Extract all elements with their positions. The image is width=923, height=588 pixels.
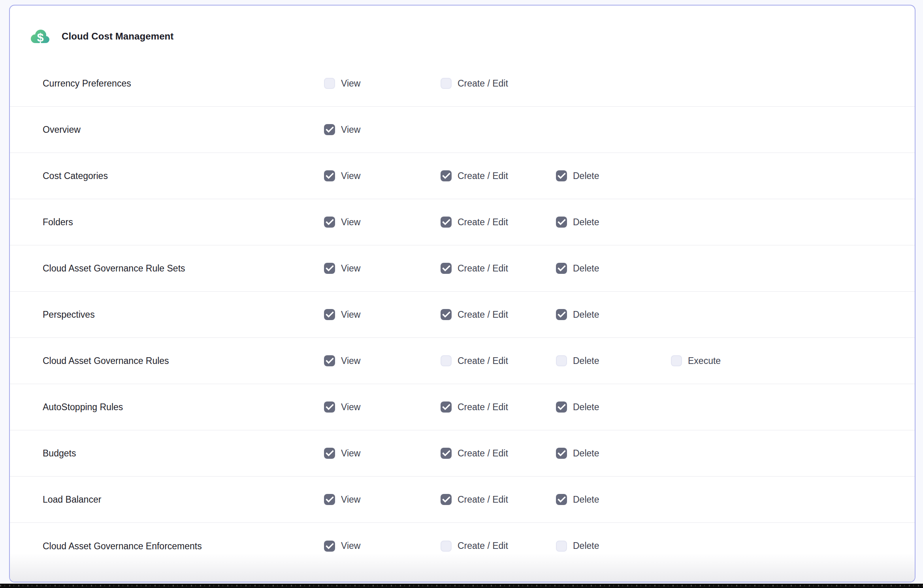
- permission-row-folders: FoldersViewCreate / EditDelete: [10, 199, 915, 245]
- resource-label: Cloud Asset Governance Rule Sets: [43, 263, 185, 274]
- checked-checkbox-icon: [556, 217, 567, 228]
- delete-checkbox-cloud-asset-governance-rule-sets[interactable]: Delete: [556, 263, 599, 274]
- checked-checkbox-icon: [324, 309, 335, 320]
- view-checkbox-autostopping-rules[interactable]: View: [324, 401, 360, 413]
- checked-checkbox-icon: [441, 448, 452, 459]
- bottom-edge-bar: [0, 584, 923, 588]
- checked-checkbox-icon: [324, 355, 335, 366]
- unchecked-checkbox-icon: [556, 541, 567, 552]
- create-edit-checkbox-budgets[interactable]: Create / Edit: [441, 448, 508, 459]
- delete-checkbox-cloud-asset-governance-enforcements[interactable]: Delete: [556, 541, 599, 552]
- delete-checkbox-autostopping-rules[interactable]: Delete: [556, 401, 599, 413]
- view-checkbox-cloud-asset-governance-rules[interactable]: View: [324, 355, 360, 366]
- permission-row-overview: OverviewView: [10, 107, 915, 153]
- resource-label: Cloud Asset Governance Enforcements: [43, 541, 202, 551]
- permission-label: Create / Edit: [458, 448, 508, 459]
- permission-label: View: [341, 402, 360, 413]
- permission-label: View: [341, 448, 360, 459]
- resource-label: Overview: [43, 124, 81, 135]
- page-title: Cloud Cost Management: [62, 31, 173, 42]
- permission-label: Create / Edit: [458, 541, 508, 551]
- checked-checkbox-icon: [324, 217, 335, 228]
- permission-label: Delete: [573, 217, 599, 228]
- view-checkbox-load-balancer[interactable]: View: [324, 494, 360, 505]
- delete-checkbox-folders[interactable]: Delete: [556, 217, 599, 228]
- view-checkbox-cost-categories[interactable]: View: [324, 170, 360, 181]
- permissions-card: $ Cloud Cost Management Currency Prefere…: [9, 5, 915, 582]
- permission-label: Delete: [573, 448, 599, 459]
- view-checkbox-cloud-asset-governance-rule-sets[interactable]: View: [324, 263, 360, 274]
- resource-label: Budgets: [43, 448, 76, 459]
- permission-label: Delete: [573, 541, 599, 551]
- delete-checkbox-cost-categories[interactable]: Delete: [556, 170, 599, 181]
- unchecked-checkbox-icon: [324, 78, 335, 89]
- create-edit-checkbox-cloud-asset-governance-rule-sets[interactable]: Create / Edit: [441, 263, 508, 274]
- permission-row-cloud-asset-governance-rule-sets: Cloud Asset Governance Rule SetsViewCrea…: [10, 245, 915, 292]
- view-checkbox-folders[interactable]: View: [324, 217, 360, 228]
- resource-label: Folders: [43, 217, 73, 228]
- checked-checkbox-icon: [441, 401, 452, 413]
- unchecked-checkbox-icon: [441, 78, 452, 89]
- permission-label: Delete: [573, 494, 599, 505]
- resource-label: AutoStopping Rules: [43, 402, 123, 413]
- resource-label: Cloud Asset Governance Rules: [43, 356, 169, 366]
- permission-row-budgets: BudgetsViewCreate / EditDelete: [10, 430, 915, 477]
- execute-checkbox-cloud-asset-governance-rules[interactable]: Execute: [671, 355, 721, 366]
- create-edit-checkbox-autostopping-rules[interactable]: Create / Edit: [441, 401, 508, 413]
- permission-label: Create / Edit: [458, 263, 508, 274]
- checked-checkbox-icon: [556, 309, 567, 320]
- checked-checkbox-icon: [441, 217, 452, 228]
- checked-checkbox-icon: [556, 170, 567, 181]
- permission-label: Delete: [573, 356, 599, 366]
- permission-label: Delete: [573, 402, 599, 413]
- view-checkbox-cloud-asset-governance-enforcements[interactable]: View: [324, 541, 360, 552]
- view-checkbox-currency-preferences[interactable]: View: [324, 78, 360, 89]
- permission-row-currency-preferences: Currency PreferencesViewCreate / Edit: [10, 60, 915, 107]
- create-edit-checkbox-folders[interactable]: Create / Edit: [441, 217, 508, 228]
- delete-checkbox-cloud-asset-governance-rules[interactable]: Delete: [556, 355, 599, 366]
- checked-checkbox-icon: [556, 448, 567, 459]
- svg-text:$: $: [37, 31, 44, 44]
- resource-label: Perspectives: [43, 309, 95, 320]
- resource-label: Cost Categories: [43, 171, 108, 181]
- create-edit-checkbox-currency-preferences[interactable]: Create / Edit: [441, 78, 508, 89]
- permission-label: View: [341, 217, 360, 228]
- create-edit-checkbox-load-balancer[interactable]: Create / Edit: [441, 494, 508, 505]
- permission-label: Create / Edit: [458, 78, 508, 89]
- permission-label: View: [341, 171, 360, 181]
- permission-row-perspectives: PerspectivesViewCreate / EditDelete: [10, 292, 915, 338]
- unchecked-checkbox-icon: [441, 541, 452, 552]
- unchecked-checkbox-icon: [671, 355, 682, 366]
- permission-label: View: [341, 124, 360, 135]
- delete-checkbox-perspectives[interactable]: Delete: [556, 309, 599, 320]
- checked-checkbox-icon: [324, 401, 335, 413]
- permission-label: Delete: [573, 263, 599, 274]
- permission-label: View: [341, 494, 360, 505]
- permission-label: View: [341, 78, 360, 89]
- delete-checkbox-budgets[interactable]: Delete: [556, 448, 599, 459]
- permission-row-cost-categories: Cost CategoriesViewCreate / EditDelete: [10, 153, 915, 199]
- delete-checkbox-load-balancer[interactable]: Delete: [556, 494, 599, 505]
- view-checkbox-budgets[interactable]: View: [324, 448, 360, 459]
- create-edit-checkbox-cloud-asset-governance-enforcements[interactable]: Create / Edit: [441, 541, 508, 552]
- permission-row-cloud-asset-governance-enforcements: Cloud Asset Governance EnforcementsViewC…: [10, 523, 915, 569]
- permission-label: Create / Edit: [458, 356, 508, 366]
- checked-checkbox-icon: [324, 170, 335, 181]
- view-checkbox-overview[interactable]: View: [324, 124, 360, 135]
- permission-label: Delete: [573, 171, 599, 181]
- permission-label: Create / Edit: [458, 494, 508, 505]
- checked-checkbox-icon: [324, 124, 335, 135]
- view-checkbox-perspectives[interactable]: View: [324, 309, 360, 320]
- checked-checkbox-icon: [441, 170, 452, 181]
- permission-label: View: [341, 309, 360, 320]
- create-edit-checkbox-perspectives[interactable]: Create / Edit: [441, 309, 508, 320]
- checked-checkbox-icon: [556, 494, 567, 505]
- create-edit-checkbox-cloud-asset-governance-rules[interactable]: Create / Edit: [441, 355, 508, 366]
- checked-checkbox-icon: [556, 263, 567, 274]
- checked-checkbox-icon: [324, 448, 335, 459]
- permissions-table: Currency PreferencesViewCreate / EditOve…: [10, 60, 915, 569]
- create-edit-checkbox-cost-categories[interactable]: Create / Edit: [441, 170, 508, 181]
- unchecked-checkbox-icon: [441, 355, 452, 366]
- permission-label: Delete: [573, 309, 599, 320]
- checked-checkbox-icon: [556, 401, 567, 413]
